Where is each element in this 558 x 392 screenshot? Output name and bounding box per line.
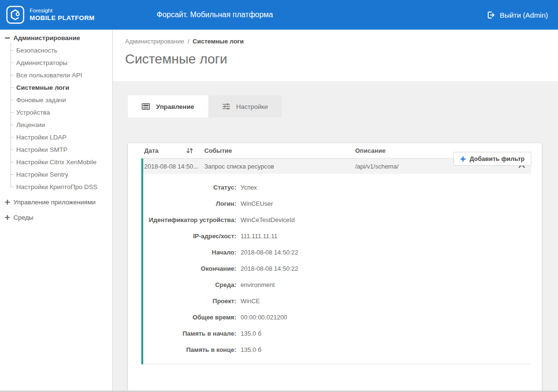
detail-row-ip-host: IP-адрес/хост: 111.111.11.11 (143, 228, 531, 244)
detail-label: Проект: (143, 297, 236, 305)
add-filter-label: Добавить фильтр (470, 155, 525, 162)
detail-value: 2018-08-08 14:50:22 (241, 265, 298, 272)
logout-button[interactable]: Выйти (Admin) (487, 0, 548, 30)
detail-row-memory-end: Память в конце: 135.0 б (143, 341, 531, 358)
detail-label: IP-адрес/хост: (143, 233, 236, 240)
sort-icon[interactable] (186, 148, 193, 154)
sidebar-item-devices[interactable]: Устройства (0, 106, 112, 118)
sidebar-item-label: Настройки Citrix XenMobile (16, 159, 96, 166)
sidebar-subtree-administration: Безопасность Администраторы Все пользова… (0, 44, 112, 193)
sidebar-nav: Администрирование Безопасность Администр… (0, 30, 112, 223)
detail-label: Окончание: (143, 265, 236, 272)
logo-product-name: MOBILE PLATFORM (30, 14, 95, 22)
detail-row-device-id: Идентификатор устройства: WinCeTestDevic… (143, 212, 531, 228)
sidebar-item-administrators[interactable]: Администраторы (0, 56, 112, 69)
detail-value: 135.0 б (241, 346, 262, 353)
sidebar-section-environments[interactable]: Среды (0, 211, 112, 223)
detail-label: Начало: (143, 249, 236, 256)
breadcrumb-parent-link[interactable]: Администрирование (125, 38, 184, 45)
sidebar-item-citrix-xenmobile-settings[interactable]: Настройки Citrix XenMobile (0, 156, 112, 168)
sidebar-item-label: Системные логи (16, 84, 69, 91)
sidebar-item-sentry-settings[interactable]: Настройки Sentry (0, 168, 112, 180)
sidebar: Администрирование Безопасность Администр… (0, 30, 113, 391)
detail-label: Память в конце: (143, 346, 236, 353)
detail-row-login: Логин: WinCEUser (143, 195, 531, 212)
sidebar-item-label: Устройства (16, 109, 50, 116)
detail-value: 00:00:00.021200 (241, 314, 287, 321)
sliders-icon (222, 103, 230, 110)
foresight-logo-icon (6, 6, 24, 24)
column-header-event: Событие (201, 147, 355, 154)
log-entry-details: Статус: Успех Логин: WinCEUser Идентифик… (143, 174, 531, 364)
breadcrumb-current: Системные логи (193, 38, 244, 45)
detail-row-memory-start: Память в начале: 135.0 б (143, 325, 531, 341)
sidebar-item-security[interactable]: Безопасность (0, 44, 112, 56)
sidebar-item-smtp-settings[interactable]: Настройки SMTP (0, 143, 112, 156)
tab-bar: Управление Настройки (128, 95, 558, 117)
sidebar-section-administration[interactable]: Администрирование (0, 32, 112, 44)
app-title: Форсайт. Мобильная платформа (157, 0, 273, 30)
add-filter-button[interactable]: Добавить фильтр (453, 152, 531, 166)
detail-row-project: Проект: WinCE (143, 293, 531, 309)
sidebar-item-ldap-settings[interactable]: Настройки LDAP (0, 131, 112, 143)
sidebar-item-licenses[interactable]: Лицензии (0, 118, 112, 131)
detail-row-end: Окончание: 2018-08-08 14:50:22 (143, 260, 531, 276)
detail-label: Среда: (143, 281, 236, 288)
collapse-minus-icon (5, 35, 10, 41)
breadcrumb-separator: / (188, 38, 190, 45)
expand-plus-icon (5, 215, 10, 220)
detail-label: Идентификатор устройства: (143, 216, 236, 223)
detail-value: WinCeTestDeviceId (241, 216, 295, 223)
detail-row-total-time: Общее время: 00:00:00.021200 (143, 309, 531, 325)
detail-row-status: Статус: Успех (143, 179, 531, 195)
detail-value: 135.0 б (241, 330, 262, 337)
detail-label: Статус: (143, 184, 236, 191)
plus-icon (460, 156, 466, 162)
detail-value: WinCE (241, 297, 260, 305)
sidebar-item-label: Лицензии (16, 121, 45, 128)
page-head: Администрирование / Системные логи Систе… (113, 30, 558, 81)
breadcrumb: Администрирование / Системные логи (125, 38, 558, 45)
list-icon (142, 103, 150, 110)
detail-label: Логин: (143, 200, 236, 207)
main-area: Администрирование / Системные логи Систе… (113, 30, 558, 391)
sidebar-section-label: Управление приложениями (13, 199, 95, 206)
page-title: Системные логи (125, 52, 558, 67)
sidebar-item-api-users[interactable]: Все пользователи API (0, 69, 112, 81)
management-tab-panel: Добавить фильтр Дата Событие Описание (128, 143, 542, 392)
column-header-date[interactable]: Дата (144, 147, 201, 154)
sidebar-item-cryptopro-dss-settings[interactable]: Настройки КриптоПро DSS (0, 180, 112, 193)
detail-label: Память в начале: (143, 330, 236, 337)
tab-management[interactable]: Управление (128, 95, 208, 117)
expand-plus-icon (5, 200, 10, 205)
tab-settings[interactable]: Настройки (209, 95, 282, 117)
sidebar-item-label: Все пользователи API (16, 72, 82, 79)
sidebar-section-label: Администрирование (13, 34, 80, 42)
expanded-log-entry: 2018-08-08 14:50... Запрос списка ресурс… (141, 159, 531, 364)
sidebar-item-background-tasks[interactable]: Фоновые задачи (0, 94, 112, 106)
sidebar-item-label: Настройки КриптоПро DSS (16, 183, 97, 191)
detail-row-environment: Среда: environment (143, 276, 531, 293)
column-label: Событие (204, 147, 232, 154)
detail-value: environment (241, 281, 275, 288)
detail-value: 2018-08-08 14:50:22 (241, 249, 298, 256)
tab-label: Настройки (236, 103, 268, 110)
detail-value: WinCEUser (241, 200, 273, 207)
column-label: Описание (355, 147, 386, 154)
logo-brand-name: Foresight (30, 7, 95, 14)
logs-table: Дата Событие Описание 2018-08-08 14:50..… (141, 143, 531, 364)
sidebar-item-label: Настройки Sentry (16, 171, 68, 178)
log-row-date: 2018-08-08 14:50... (144, 163, 201, 170)
sidebar-item-label: Настройки SMTP (16, 146, 67, 153)
sidebar-section-label: Среды (13, 214, 33, 221)
sidebar-item-system-logs[interactable]: Системные логи (0, 81, 112, 94)
logo: Foresight MOBILE PLATFORM (6, 6, 95, 24)
logo-text: Foresight MOBILE PLATFORM (30, 7, 95, 22)
sidebar-item-label: Настройки LDAP (16, 134, 66, 141)
sidebar-item-label: Администраторы (16, 59, 67, 66)
detail-row-start: Начало: 2018-08-08 14:50:22 (143, 244, 531, 260)
detail-value: Успех (241, 184, 257, 191)
logout-icon (487, 11, 495, 19)
sidebar-item-label: Безопасность (16, 47, 57, 54)
sidebar-section-app-management[interactable]: Управление приложениями (0, 196, 112, 208)
